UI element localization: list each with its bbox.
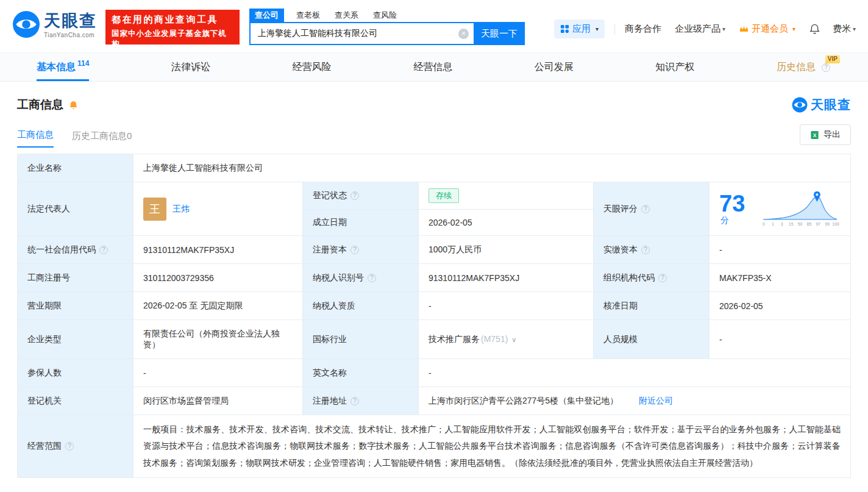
svg-text:97: 97	[816, 221, 820, 226]
approval-date-label: 核准日期	[594, 292, 710, 320]
user-name: 费米	[833, 23, 851, 35]
table-row: 登记机关 闵行区市场监督管理局 注册地址? 上海市闵行区沪青平公路277号5楼（…	[18, 387, 851, 415]
search-box: ×	[249, 22, 474, 45]
table-row: 参保人数 - 英文名称 -	[18, 359, 851, 387]
chevron-down-icon[interactable]: ∨	[511, 336, 516, 343]
promo-banner-line1: 都在用的商业查询工具	[112, 14, 233, 26]
subtab-history-business-info[interactable]: 历史工商信息0	[72, 130, 132, 148]
tab-development-label: 公司发展	[535, 61, 574, 74]
help-icon[interactable]: ?	[641, 205, 650, 213]
help-icon[interactable]: ?	[65, 442, 74, 451]
vip-membership-link[interactable]: 开通会员 ▾	[739, 23, 795, 35]
score-value: 73分 0 1 3 15 50 85 97 99	[710, 182, 851, 236]
tab-operating-risk[interactable]: 经营风险	[293, 53, 332, 81]
legal-rep-avatar[interactable]: 王	[143, 198, 166, 221]
subtab-business-info[interactable]: 工商信息	[17, 129, 54, 148]
chevron-down-icon: ▾	[853, 26, 856, 32]
help-icon[interactable]: ?	[658, 274, 667, 282]
search-tab-boss[interactable]: 查老板	[296, 10, 320, 21]
tab-legal-proceedings[interactable]: 法律诉讼	[171, 53, 210, 81]
apps-button[interactable]: 应用 ▾	[554, 20, 605, 38]
svg-text:3: 3	[781, 221, 783, 226]
subscribe-bell-icon[interactable]	[68, 100, 79, 110]
status-badge: 存续	[429, 188, 459, 203]
business-info-table: 企业名称 上海擎徙人工智能科技有限公司 法定代表人 王 王炜 登记状态? 存续 …	[17, 154, 851, 478]
help-icon[interactable]: ?	[641, 246, 650, 254]
help-icon[interactable]: ?	[368, 274, 376, 282]
help-icon[interactable]: ?	[350, 191, 359, 200]
export-button[interactable]: X 导出	[800, 124, 851, 145]
svg-text:99: 99	[825, 221, 830, 226]
english-name-value: -	[419, 359, 851, 387]
section-header: 工商信息 天眼查	[17, 96, 851, 113]
insured-count-label: 参保人数	[18, 359, 133, 387]
staff-size-label: 人员规模	[594, 320, 710, 359]
promo-banner-line2: 国家中小企业发展子基金旗下机构	[112, 29, 233, 49]
search-tab-company[interactable]: 查公司	[249, 9, 284, 22]
business-term-value: 2026-02-05 至 无固定期限	[133, 292, 303, 320]
credit-code-label: 统一社会信用代码?	[18, 236, 133, 264]
table-row: 法定代表人 王 王炜 登记状态? 存续 天眼评分? 73分	[18, 182, 851, 210]
company-nav-tabs: 基本信息 114 法律诉讼 经营风险 经营信息 公司发展 知识产权 历史信息 V…	[0, 52, 868, 82]
tianyancha-logo[interactable]: 天眼查 TianYanCha.com	[12, 10, 97, 38]
chevron-down-icon: ▾	[596, 26, 599, 32]
table-row: 营业期限 2026-02-05 至 无固定期限 纳税人资质 - 核准日期 202…	[18, 292, 851, 320]
industry-value: 技术推广服务(M751)∨	[419, 320, 594, 359]
help-icon[interactable]: ?	[350, 397, 359, 405]
svg-text:X: X	[813, 132, 817, 138]
reg-number-label: 工商注册号	[18, 264, 133, 292]
notification-bell-icon[interactable]	[809, 23, 820, 35]
top-header: 天眼查 TianYanCha.com 都在用的商业查询工具 国家中小企业发展子基…	[0, 0, 868, 52]
tab-basic-info[interactable]: 基本信息 114	[37, 53, 89, 81]
tab-history-label: 历史信息	[777, 61, 816, 74]
approval-date-value: 2026-02-05	[710, 292, 851, 320]
brand-domain: TianYanCha.com	[44, 32, 97, 38]
help-icon[interactable]: ?	[350, 246, 359, 254]
tab-history-info[interactable]: 历史信息 VIP ?	[777, 53, 831, 81]
reg-authority-label: 登记机关	[18, 387, 133, 415]
tab-intellectual-property[interactable]: 知识产权	[655, 53, 694, 81]
industry-code: (M751)	[481, 334, 508, 344]
help-icon[interactable]: ?	[822, 63, 830, 72]
crown-icon	[739, 24, 749, 34]
svg-text:1: 1	[772, 221, 774, 226]
search-area: 查公司 查老板 查关系 查风险 × 天眼一下	[249, 9, 525, 45]
help-icon[interactable]: ?	[99, 246, 108, 254]
chevron-down-icon: ▾	[722, 26, 725, 32]
business-cooperation-label: 商务合作	[625, 23, 661, 35]
search-tab-relation[interactable]: 查关系	[335, 10, 358, 21]
establish-date-label: 成立日期	[303, 210, 419, 236]
score-distribution-chart: 0 1 3 15 50 85 97 99 100	[761, 189, 841, 229]
reg-capital-label: 注册资本?	[303, 236, 419, 264]
business-cooperation-link[interactable]: 商务合作	[625, 23, 661, 35]
apps-label: 应用	[572, 23, 591, 35]
search-tab-risk[interactable]: 查风险	[373, 10, 397, 21]
legal-rep-value: 王 王炜	[133, 182, 303, 236]
tab-basic-info-label: 基本信息	[37, 61, 76, 74]
nearby-companies-link[interactable]: 附近公司	[639, 396, 673, 405]
legal-rep-link[interactable]: 王炜	[173, 204, 190, 215]
org-code-value: MAK7FP35-X	[710, 264, 851, 292]
business-scope-value: 一般项目：技术服务、技术开发、技术咨询、技术交流、技术转让、技术推广；人工智能应…	[133, 415, 851, 478]
search-button[interactable]: 天眼一下	[474, 22, 525, 45]
enterprise-products-link[interactable]: 企业级产品 ▾	[675, 23, 725, 35]
taxpayer-id-value: 91310112MAK7FP35XJ	[419, 264, 594, 292]
reg-authority-value: 闵行区市场监督管理局	[133, 387, 303, 415]
tianyancha-logo-icon	[12, 10, 40, 38]
vip-membership-label: 开通会员	[752, 23, 788, 35]
clear-icon[interactable]: ×	[458, 29, 469, 39]
tab-company-development[interactable]: 公司发展	[535, 53, 574, 81]
user-menu[interactable]: 费米 ▾	[833, 23, 856, 35]
search-input[interactable]	[258, 29, 458, 38]
svg-text:15: 15	[789, 221, 794, 226]
business-scope-label: 经营范围?	[18, 415, 133, 478]
watermark-brand: 天眼查	[792, 96, 851, 113]
table-row: 企业类型 有限责任公司（外商投资企业法人独资） 国标行业 技术推广服务(M751…	[18, 320, 851, 359]
svg-text:100: 100	[832, 221, 839, 226]
export-label: 导出	[824, 129, 841, 140]
tab-operating-info[interactable]: 经营信息	[413, 53, 452, 81]
reg-status-value: 存续	[419, 182, 594, 210]
establish-date-value: 2026-02-05	[419, 210, 594, 236]
svg-text:0: 0	[763, 221, 765, 226]
tab-risk-label: 经营风险	[293, 61, 332, 74]
